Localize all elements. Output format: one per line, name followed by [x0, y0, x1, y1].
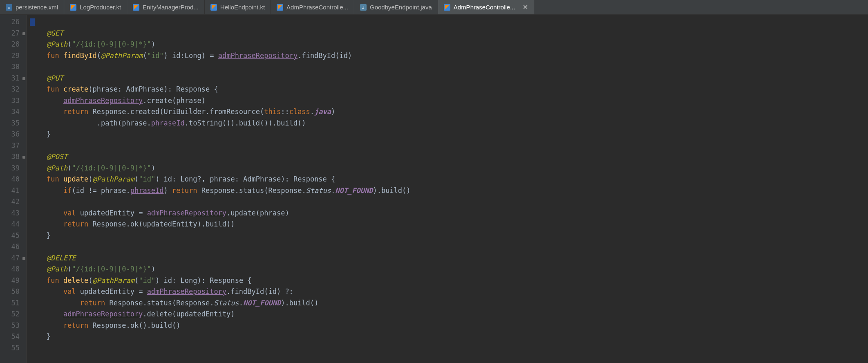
tab-label: AdmPhraseControlle... — [454, 4, 515, 11]
svg-text:J: J — [362, 5, 365, 10]
line-number: 39 — [0, 163, 26, 174]
line-number: 48 — [0, 264, 26, 275]
tab-entitymanager[interactable]: EnityManagerProd... — [127, 0, 205, 14]
code-line: val updatedEntity = admPhraseRepository.… — [30, 286, 868, 298]
code-line — [30, 241, 868, 253]
line-number: 27 — [0, 28, 26, 39]
line-number: 46 — [0, 241, 26, 253]
xml-file-icon: x — [6, 4, 12, 11]
line-gutter: 26 27 28 29 30 31 32 33 34 35 36 37 38 3… — [0, 15, 27, 363]
line-number: 37 — [0, 140, 26, 152]
tab-label: LogProducer.kt — [80, 4, 121, 11]
code-line: return Response.ok().build() — [30, 320, 868, 332]
tab-goodbyeendpoint[interactable]: J GoodbyeEndpoint.java — [354, 0, 438, 14]
tab-label: persistence.xml — [16, 4, 58, 11]
line-number: 36 — [0, 129, 26, 140]
line-number: 54 — [0, 331, 26, 343]
kotlin-file-icon — [70, 4, 76, 11]
code-line: fun findById(@PathParam("id") id:Long) =… — [30, 50, 868, 62]
kotlin-file-icon — [444, 4, 450, 11]
code-line: @GET — [30, 28, 868, 39]
line-number: 52 — [0, 309, 26, 320]
code-line: admPhraseRepository.create(phrase) — [30, 95, 868, 107]
svg-text:x: x — [8, 6, 10, 10]
code-line: @DELETE — [30, 253, 868, 264]
code-line: .path(phrase.phraseId.toString()).build(… — [30, 118, 868, 129]
line-number: 29 — [0, 50, 26, 62]
code-line: @Path("/{id:[0-9][0-9]*}") — [30, 264, 868, 275]
code-line — [30, 343, 868, 354]
tab-admphrase-2[interactable]: AdmPhraseControlle... ✕ — [438, 0, 534, 14]
line-number: 41 — [0, 185, 26, 197]
code-line — [30, 196, 868, 208]
line-number: 47 — [0, 253, 26, 264]
code-editor[interactable]: 26 27 28 29 30 31 32 33 34 35 36 37 38 3… — [0, 15, 868, 363]
line-number: 40 — [0, 174, 26, 185]
line-number: 33 — [0, 95, 26, 107]
line-number: 34 — [0, 106, 26, 118]
line-number: 31 — [0, 73, 26, 84]
line-number: 44 — [0, 219, 26, 230]
code-line: @POST — [30, 151, 868, 163]
line-number: 45 — [0, 230, 26, 242]
code-line: } — [30, 331, 868, 343]
code-line — [30, 61, 868, 73]
kotlin-file-icon — [277, 4, 283, 11]
code-line: admPhraseRepository.delete(updatedEntity… — [30, 309, 868, 320]
tab-label: AdmPhraseControlle... — [286, 4, 348, 11]
line-number: 28 — [0, 39, 26, 50]
editor-tabs: x persistence.xml LogProducer.kt EnityMa… — [0, 0, 868, 15]
line-number: 55 — [0, 343, 26, 354]
line-number: 38 — [0, 151, 26, 163]
close-icon[interactable]: ✕ — [523, 3, 528, 11]
line-number: 26 — [0, 16, 26, 28]
tab-helloendpoint[interactable]: HelloEndpoint.kt — [205, 0, 271, 14]
kotlin-file-icon — [133, 4, 139, 11]
code-line: val updatedEntity = admPhraseRepository.… — [30, 208, 868, 219]
line-number: 43 — [0, 208, 26, 219]
java-file-icon: J — [360, 4, 367, 11]
code-line: fun update(@PathParam("id") id: Long?, p… — [30, 174, 868, 185]
code-line — [30, 16, 868, 28]
tab-admphrase-1[interactable]: AdmPhraseControlle... — [271, 0, 354, 14]
code-line: } — [30, 129, 868, 140]
code-line — [30, 140, 868, 152]
tab-persistence-xml[interactable]: x persistence.xml — [0, 0, 64, 14]
tab-logproducer[interactable]: LogProducer.kt — [64, 0, 127, 14]
tab-label: HelloEndpoint.kt — [220, 4, 265, 11]
code-line: @Path("/{id:[0-9][0-9]*}") — [30, 39, 868, 50]
code-area[interactable]: @GET @Path("/{id:[0-9][0-9]*}") fun find… — [27, 15, 868, 363]
tab-label: GoodbyeEndpoint.java — [370, 4, 432, 11]
line-number: 53 — [0, 320, 26, 332]
tab-label: EnityManagerProd... — [143, 4, 199, 11]
code-line: return Response.created(UriBuilder.fromR… — [30, 106, 868, 118]
code-line: return Response.status(Response.Status.N… — [30, 298, 868, 309]
code-line: return Response.ok(updatedEntity).build(… — [30, 219, 868, 230]
line-number: 49 — [0, 275, 26, 287]
line-number: 42 — [0, 196, 26, 208]
line-number: 30 — [0, 61, 26, 73]
code-line: @PUT — [30, 73, 868, 84]
line-number: 35 — [0, 118, 26, 129]
line-number: 51 — [0, 298, 26, 309]
code-line: } — [30, 230, 868, 242]
line-number: 50 — [0, 286, 26, 298]
code-line: if(id != phrase.phraseId) return Respons… — [30, 185, 868, 197]
line-number: 32 — [0, 84, 26, 95]
code-line: fun delete(@PathParam("id") id: Long): R… — [30, 275, 868, 287]
code-line: fun create(phrase: AdmPhrase): Response … — [30, 84, 868, 95]
code-line: @Path("/{id:[0-9][0-9]*}") — [30, 163, 868, 174]
kotlin-file-icon — [210, 4, 217, 11]
